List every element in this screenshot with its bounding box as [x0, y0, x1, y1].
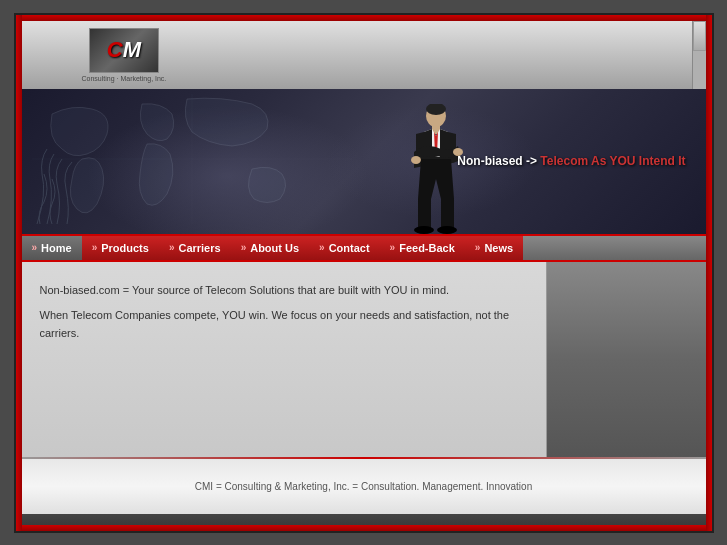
content-paragraph-1: Non-biased.com = Your source of Telecom … [40, 282, 528, 300]
svg-point-5 [411, 156, 421, 164]
content-sidebar [546, 262, 706, 457]
person-silhouette [406, 104, 466, 234]
bottom-border [16, 525, 712, 531]
nav-label-about-us: About Us [250, 242, 299, 254]
right-border [706, 15, 712, 531]
bottom-strip [22, 514, 706, 525]
nav-item-about-us[interactable]: » About Us [231, 236, 309, 260]
nav-label-home: Home [41, 242, 72, 254]
nav-arrow-products: » [92, 242, 98, 253]
world-map-icon [32, 94, 352, 224]
svg-rect-7 [418, 199, 431, 229]
hero-tagline-text: Non-biased -> Telecom As YOU Intend It [457, 154, 685, 168]
svg-point-10 [437, 226, 457, 234]
top-border [16, 15, 712, 21]
nav-item-home[interactable]: » Home [22, 236, 82, 260]
outer-wrapper: CM Consulting · Marketing, Inc. [14, 13, 714, 533]
nav-arrow-about-us: » [241, 242, 247, 253]
nav-item-feedback[interactable]: » Feed-Back [380, 236, 465, 260]
nav-arrow-contact: » [319, 242, 325, 253]
logo-text: CM [107, 37, 141, 63]
content-text: Non-biased.com = Your source of Telecom … [40, 282, 528, 343]
nav-item-news[interactable]: » News [465, 236, 523, 260]
content-area: Non-biased.com = Your source of Telecom … [22, 262, 706, 457]
content-main: Non-biased.com = Your source of Telecom … [22, 262, 546, 457]
main-container: CM Consulting · Marketing, Inc. [22, 21, 706, 525]
nav-label-carriers: Carriers [178, 242, 220, 254]
nav-label-contact: Contact [329, 242, 370, 254]
svg-rect-8 [441, 199, 454, 229]
content-paragraph-2: When Telecom Companies compete, YOU win.… [40, 307, 528, 342]
logo-box: CM [89, 28, 159, 73]
svg-point-9 [414, 226, 434, 234]
tagline-suffix: Telecom As YOU Intend It [540, 154, 685, 168]
nav-label-products: Products [101, 242, 149, 254]
logo-tagline: Consulting · Marketing, Inc. [82, 75, 167, 82]
header-scrollbar[interactable] [692, 21, 706, 89]
header: CM Consulting · Marketing, Inc. [22, 21, 706, 89]
nav-item-products[interactable]: » Products [82, 236, 159, 260]
tagline-prefix: Non-biased -> [457, 154, 540, 168]
nav-item-contact[interactable]: » Contact [309, 236, 380, 260]
nav-bar: » Home » Products » Carriers » About Us … [22, 234, 706, 262]
footer: CMI = Consulting & Marketing, Inc. = Con… [22, 459, 706, 514]
nav-arrow-news: » [475, 242, 481, 253]
hero-tagline: Non-biased -> Telecom As YOU Intend It [457, 154, 685, 168]
nav-label-feedback: Feed-Back [399, 242, 455, 254]
nav-label-news: News [484, 242, 513, 254]
nav-arrow-carriers: » [169, 242, 175, 253]
footer-text: CMI = Consulting & Marketing, Inc. = Con… [195, 481, 532, 492]
nav-arrow-feedback: » [390, 242, 396, 253]
scrollbar-thumb[interactable] [693, 21, 706, 51]
left-border [16, 15, 22, 531]
logo-area: CM Consulting · Marketing, Inc. [82, 28, 167, 82]
nav-item-carriers[interactable]: » Carriers [159, 236, 231, 260]
nav-arrow-home: » [32, 242, 38, 253]
hero-banner: Non-biased -> Telecom As YOU Intend It [22, 89, 706, 234]
